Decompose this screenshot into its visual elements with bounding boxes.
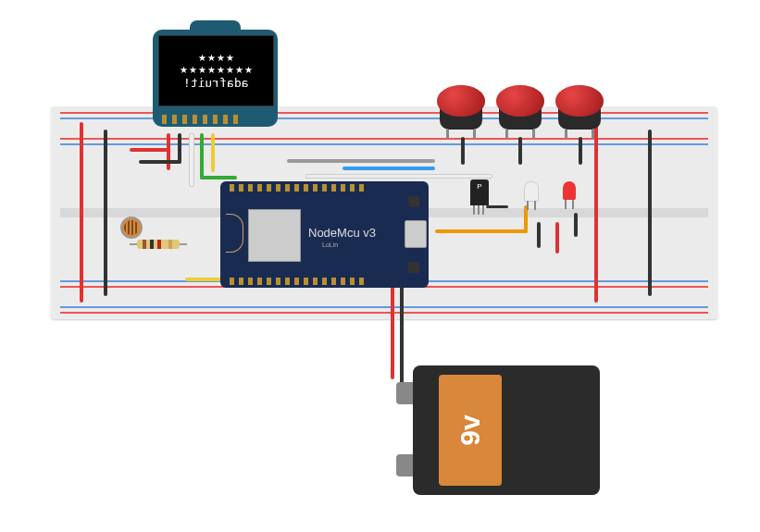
wire-red-led-r[interactable] [555, 222, 559, 254]
led-white[interactable] [524, 181, 539, 202]
usb-port-icon [405, 220, 427, 248]
wire-black-btn3[interactable] [579, 137, 582, 165]
battery-9v[interactable]: 9v [396, 365, 600, 495]
wire-battery-red[interactable] [391, 285, 394, 379]
flash-button[interactable] [408, 262, 419, 273]
wire-black-btn1[interactable] [461, 137, 465, 165]
wire-black-led-w[interactable] [537, 222, 541, 248]
push-button-1[interactable] [437, 85, 485, 133]
wire-red-oled-vcc[interactable] [167, 133, 170, 170]
board-sublabel: LoLin [322, 241, 338, 248]
circuit-diagram: ★★★★ ★★★★★★★★ adafruit! NodeMcu v3 LoLin… [0, 0, 760, 532]
wire-gray-btn[interactable] [287, 159, 435, 163]
wire-black-btn2[interactable] [518, 137, 522, 165]
wire-red-vrail-left[interactable] [80, 122, 83, 303]
wire-green-scl-h[interactable] [200, 176, 237, 179]
wire-red-vrail-right[interactable] [594, 122, 598, 303]
battery-label: 9v [455, 414, 486, 445]
oled-screen-text: adafruit! [183, 76, 248, 90]
resistor[interactable] [137, 240, 180, 249]
push-button-2[interactable] [496, 85, 544, 133]
wire-black-led-r[interactable] [574, 213, 578, 237]
oled-stars-row: ★★★★ [198, 52, 235, 64]
wire-yellow-sda[interactable] [211, 133, 215, 172]
reset-button[interactable] [408, 196, 419, 207]
wire-orange-led[interactable] [435, 229, 528, 233]
esp-chip [248, 209, 301, 262]
photoresistor[interactable] [120, 217, 143, 239]
wire-black-grail-left[interactable] [104, 130, 107, 296]
wire-black-oled-gnd-h[interactable] [139, 160, 181, 164]
push-button-3[interactable] [555, 85, 604, 133]
led-red[interactable] [563, 181, 576, 200]
board-label: NodeMcu v3 [308, 226, 376, 240]
wire-black-grail-right[interactable] [648, 130, 652, 296]
wire-red-oled-vcc-h[interactable] [130, 148, 170, 152]
wifi-antenna-icon [226, 214, 244, 255]
wire-black-oled-gnd[interactable] [178, 133, 181, 163]
wire-green-scl[interactable] [200, 133, 204, 179]
oled-stars-row: ★★★★★★★★ [180, 64, 254, 76]
nodemcu-board[interactable]: NodeMcu v3 LoLin [220, 181, 429, 288]
wire-white-btn[interactable] [305, 174, 492, 179]
oled-display[interactable]: ★★★★ ★★★★★★★★ adafruit! [153, 20, 278, 127]
wire-white-oled[interactable] [189, 133, 194, 187]
transistor[interactable]: P [470, 179, 489, 205]
wire-black-trans[interactable] [486, 205, 508, 208]
wire-blue-btn[interactable] [343, 167, 435, 170]
